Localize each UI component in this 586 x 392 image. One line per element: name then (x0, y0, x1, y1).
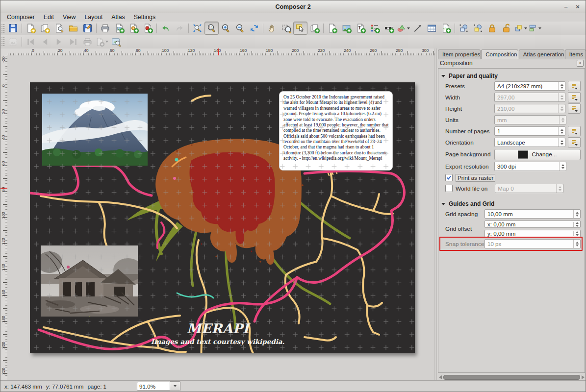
scroll-left-icon[interactable] (439, 375, 442, 379)
scrollbar-thumb[interactable] (443, 375, 580, 380)
print-as-raster-label[interactable]: Print as raster (456, 174, 495, 182)
add-arrow-button[interactable] (410, 22, 425, 35)
grid-spacing-spinbox[interactable]: 10,00 mm (484, 209, 581, 219)
lock-items-button[interactable] (485, 22, 499, 35)
world-file-map-combo[interactable]: Map 0 (495, 184, 563, 193)
undo-button[interactable] (158, 22, 173, 35)
raise-items-dropdown-icon[interactable] (524, 27, 527, 29)
add-scalebar-button[interactable] (382, 22, 396, 35)
add-html-button[interactable]: </> (439, 22, 453, 35)
ungroup-items-button[interactable] (471, 22, 485, 35)
toolbar-handle[interactable] (1, 24, 5, 33)
menu-atlas[interactable]: Atlas (107, 13, 129, 21)
add-shape-dropdown-icon[interactable] (407, 27, 410, 29)
presets-data-defined-button[interactable] (568, 81, 581, 91)
print-button[interactable] (98, 22, 112, 35)
save-button[interactable] (6, 22, 20, 35)
zoom-combo[interactable]: 91.0% (137, 381, 180, 391)
width-spinbox[interactable]: 297,00 (494, 93, 565, 102)
atlas-last-feature-button[interactable] (66, 35, 80, 49)
save-as-button[interactable] (80, 22, 95, 35)
add-image-button[interactable] (339, 22, 354, 35)
open-button[interactable] (66, 22, 80, 35)
move-item-content-button[interactable] (307, 22, 322, 35)
grid-offset-y-spin[interactable] (573, 231, 580, 236)
zoom-out-button[interactable] (233, 22, 247, 35)
unlock-items-button[interactable] (499, 22, 513, 35)
menu-layout[interactable]: Layout (80, 13, 107, 21)
atlas-export-dropdown-icon[interactable] (105, 41, 108, 43)
units-spin[interactable] (559, 116, 566, 124)
tab-atlas-generation[interactable]: Atlas generation (519, 49, 564, 59)
grid-offset-y-spinbox[interactable]: y: 0,00 mm (484, 230, 581, 237)
zoom-full-button[interactable] (190, 22, 204, 35)
atlas-next-feature-button[interactable] (52, 35, 66, 49)
pan-button[interactable] (265, 22, 279, 35)
pages-data-defined-button[interactable] (568, 126, 581, 136)
grid-offset-x-spinbox[interactable]: x: 0,00 mm (484, 220, 581, 228)
zoom-actual-button[interactable]: 1:1 (204, 22, 219, 35)
section-paper-and-quality[interactable]: Paper and quality (441, 73, 583, 79)
print-as-raster-checkbox[interactable] (445, 174, 453, 181)
world-file-label[interactable]: World file on (456, 185, 487, 192)
raise-items-button[interactable] (513, 22, 528, 35)
panel-close-icon[interactable]: x (577, 60, 584, 67)
select-move-item-button[interactable] (293, 22, 307, 35)
composition-manager-button[interactable] (52, 22, 66, 35)
snap-tolerance-spinbox[interactable]: 10 px (484, 239, 581, 248)
add-label-button[interactable]: T (354, 22, 368, 35)
zoom-value[interactable]: 91.0% (137, 382, 170, 391)
grid-spacing-spin[interactable] (573, 210, 580, 218)
zoom-in-button[interactable] (219, 22, 233, 35)
add-legend-button[interactable] (368, 22, 382, 35)
world-file-spin[interactable] (556, 184, 563, 193)
width-spin[interactable] (558, 93, 565, 101)
poster-title-item[interactable]: MERAPI (187, 321, 251, 336)
presets-combo[interactable]: A4 (210x297 mm) (494, 81, 565, 91)
refresh-view-button[interactable] (247, 22, 261, 35)
add-new-map-button[interactable] (325, 22, 339, 35)
grid-offset-x-spin[interactable] (573, 222, 580, 227)
resolution-spin[interactable] (559, 162, 566, 171)
poster-subtitle-item[interactable]: Images and text courtesy wikipedia. (151, 338, 285, 345)
page-background-change-button[interactable]: Change... (494, 149, 581, 160)
menu-edit[interactable]: Edit (39, 13, 58, 21)
units-combo[interactable]: mm (494, 115, 566, 124)
section-guides-and-grid[interactable]: Guides and Grid (441, 200, 583, 207)
orientation-combo[interactable]: Landscape (494, 138, 565, 147)
title-bar[interactable]: Composer 2 – × (0, 0, 586, 13)
group-items-button[interactable] (457, 22, 471, 35)
orientation-data-defined-button[interactable] (568, 137, 581, 147)
atlas-preview-button[interactable] (6, 35, 20, 49)
export-resolution-spinbox[interactable]: 300 dpi (494, 162, 566, 171)
export-pdf-button[interactable] (141, 22, 155, 35)
zoom-dropdown-button[interactable] (170, 381, 180, 391)
height-data-defined-button[interactable] (568, 103, 581, 114)
world-file-checkbox[interactable] (445, 185, 453, 192)
add-shape-button[interactable] (396, 22, 410, 35)
duplicate-composition-button[interactable] (38, 22, 52, 35)
marquee-zoom-button[interactable] (279, 22, 293, 35)
atlas-export-button[interactable] (95, 35, 109, 49)
menu-settings[interactable]: Settings (129, 13, 160, 21)
composition-canvas[interactable]: On 25 October 2010 the Indonesian govern… (7, 55, 434, 382)
atlas-first-feature-button[interactable] (24, 35, 38, 49)
composition-page[interactable]: On 25 October 2010 the Indonesian govern… (30, 82, 415, 353)
tab-items[interactable]: Items (565, 49, 586, 59)
tab-composition[interactable]: Composition (481, 49, 518, 59)
redo-button[interactable] (173, 22, 187, 35)
pages-spin[interactable] (558, 127, 565, 135)
align-items-button[interactable] (528, 22, 542, 35)
height-spinbox[interactable]: 210,00 (494, 104, 565, 113)
number-of-pages-spinbox[interactable]: 1 (494, 126, 565, 136)
menu-composer[interactable]: Composer (2, 13, 39, 21)
atlas-previous-feature-button[interactable] (38, 35, 52, 49)
export-svg-button[interactable] (127, 22, 141, 35)
close-button[interactable]: × (573, 2, 583, 11)
orientation-spin[interactable] (558, 138, 565, 147)
align-items-dropdown-icon[interactable] (538, 27, 541, 29)
width-data-defined-button[interactable] (568, 92, 581, 102)
presets-spin[interactable] (558, 82, 565, 90)
export-image-button[interactable] (112, 22, 127, 35)
tab-item-properties[interactable]: Item properties (438, 49, 481, 59)
